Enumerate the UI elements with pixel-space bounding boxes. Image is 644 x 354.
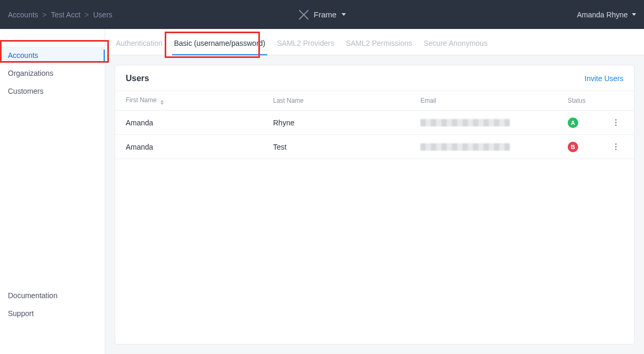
breadcrumb-separator: >: [43, 11, 47, 19]
row-actions-menu[interactable]: [613, 117, 619, 128]
sidebar-item-label: Accounts: [8, 51, 38, 60]
user-menu[interactable]: Amanda Rhyne: [577, 11, 636, 19]
row-actions-menu[interactable]: [613, 141, 619, 152]
status-badge: A: [568, 117, 578, 128]
column-label: First Name: [126, 96, 157, 104]
chevron-down-icon: [342, 13, 346, 16]
breadcrumb: Accounts > Test Acct > Users: [8, 11, 113, 19]
column-header-first-name[interactable]: First Name: [126, 96, 273, 105]
email-redacted: [420, 119, 510, 126]
panel-title: Users: [126, 74, 149, 83]
status-badge: B: [568, 142, 578, 152]
cell-status: A: [568, 117, 605, 128]
sidebar-item-support[interactable]: Support: [0, 304, 105, 322]
sidebar-item-organizations[interactable]: Organizations: [0, 64, 105, 82]
breadcrumb-users: Users: [93, 11, 113, 19]
users-panel: Users Invite Users First Name Last Name …: [115, 65, 635, 345]
email-redacted: [420, 143, 510, 151]
app-selector[interactable]: Frame: [298, 9, 346, 21]
tabs: Authentication Basic (username/password)…: [105, 29, 644, 55]
sidebar-item-customers[interactable]: Customers: [0, 82, 105, 100]
tab-saml2-providers[interactable]: SAML2 Providers: [276, 31, 335, 55]
breadcrumb-separator: >: [85, 11, 89, 19]
invite-users-link[interactable]: Invite Users: [585, 74, 623, 83]
tab-saml2-permissions[interactable]: SAML2 Permissions: [345, 31, 413, 55]
sort-icon: [160, 100, 164, 105]
column-header-status[interactable]: Status: [568, 97, 605, 104]
frame-logo-icon: [298, 9, 309, 21]
cell-status: B: [568, 142, 605, 152]
cell-email: [420, 119, 568, 126]
breadcrumb-accounts[interactable]: Accounts: [8, 11, 38, 19]
cell-last-name: Test: [273, 143, 420, 151]
column-header-last-name[interactable]: Last Name: [273, 97, 420, 104]
content-area: Authentication Basic (username/password)…: [105, 29, 644, 354]
table-header: First Name Last Name Email Status: [115, 91, 634, 111]
tab-authentication[interactable]: Authentication: [115, 31, 164, 55]
table-row: Amanda Rhyne A: [115, 111, 634, 135]
sidebar: Accounts Organizations Customers Documen…: [0, 29, 105, 354]
sidebar-item-label: Customers: [8, 87, 44, 95]
chevron-down-icon: [632, 13, 636, 16]
topbar: Accounts > Test Acct > Users Frame Amand…: [0, 0, 644, 29]
cell-first-name: Amanda: [126, 119, 273, 127]
sidebar-item-label: Organizations: [8, 69, 53, 77]
app-name: Frame: [314, 10, 336, 19]
current-user-name: Amanda Rhyne: [577, 11, 628, 19]
breadcrumb-test-acct[interactable]: Test Acct: [51, 11, 80, 19]
tab-secure-anonymous[interactable]: Secure Anonymous: [422, 31, 488, 55]
cell-last-name: Rhyne: [273, 119, 420, 127]
sidebar-item-accounts[interactable]: Accounts: [0, 46, 105, 64]
panel-header: Users Invite Users: [115, 65, 634, 91]
sidebar-item-documentation[interactable]: Documentation: [0, 287, 105, 304]
column-header-email[interactable]: Email: [420, 97, 568, 104]
sidebar-item-label: Documentation: [8, 291, 57, 300]
cell-email: [420, 143, 568, 151]
cell-first-name: Amanda: [126, 143, 273, 151]
sidebar-item-label: Support: [8, 309, 34, 318]
tab-basic[interactable]: Basic (username/password): [173, 31, 267, 55]
table-row: Amanda Test B: [115, 135, 634, 159]
